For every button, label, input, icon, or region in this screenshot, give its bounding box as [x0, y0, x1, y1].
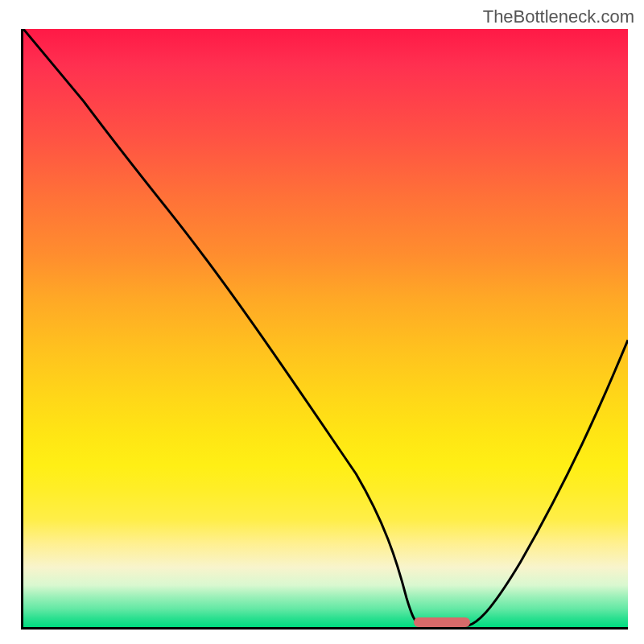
optimal-range-marker: [414, 617, 470, 627]
watermark-text: TheBottleneck.com: [483, 6, 634, 27]
chart-container: [21, 29, 628, 630]
bottleneck-curve-svg: [23, 29, 628, 627]
bottleneck-curve-path: [23, 29, 628, 625]
